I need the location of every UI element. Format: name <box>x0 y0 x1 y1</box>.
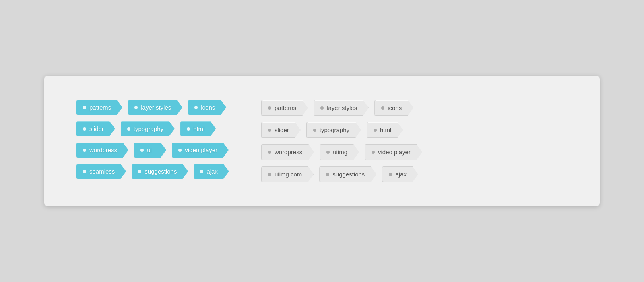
tag-dot <box>326 151 330 154</box>
tag-blue-icons[interactable]: icons <box>188 100 226 115</box>
tag-dot <box>194 106 198 109</box>
tag-dot <box>187 127 190 131</box>
tag-dot <box>372 151 375 154</box>
tag-label: uiimg <box>333 149 347 156</box>
tag-label: typography <box>320 126 349 133</box>
tag-dot <box>268 151 271 154</box>
tag-dot <box>83 170 86 173</box>
tag-gray-uiimg-com[interactable]: uiimg.com <box>261 166 314 182</box>
tag-blue-seamless[interactable]: seamless <box>76 164 126 179</box>
tag-label: slider <box>275 126 289 133</box>
tag-dot <box>374 129 377 132</box>
tag-dot <box>83 106 86 109</box>
gray-tags-row-0: patternslayer stylesicons <box>261 100 422 116</box>
tag-dot <box>320 106 324 110</box>
tag-dot <box>127 127 130 131</box>
tag-gray-patterns[interactable]: patterns <box>261 100 308 116</box>
tag-blue-html[interactable]: html <box>180 121 216 136</box>
tag-blue-patterns[interactable]: patterns <box>76 100 122 115</box>
tag-label: typography <box>134 125 163 132</box>
blue-tags-row-0: patternslayer stylesicons <box>76 100 229 115</box>
tag-dot <box>138 170 141 173</box>
tag-blue-video-player[interactable]: video player <box>172 143 229 158</box>
tag-label: layer styles <box>141 104 171 111</box>
gray-tags-section: patternslayer stylesiconsslidertypograph… <box>261 100 422 182</box>
tag-gray-uiimg[interactable]: uiimg <box>320 144 359 160</box>
tag-label: video player <box>378 149 411 156</box>
tag-label: seamless <box>89 168 115 175</box>
tag-label: html <box>193 125 204 132</box>
blue-tags-row-3: seamlesssuggestionsajax <box>76 164 229 179</box>
tag-gray-typography[interactable]: typography <box>306 122 361 138</box>
gray-tags-row-2: wordpressuiimgvideo player <box>261 144 422 160</box>
main-card: patternslayer stylesiconsslidertypograph… <box>44 76 600 206</box>
tag-blue-layer-styles[interactable]: layer styles <box>128 100 182 115</box>
tag-dot <box>389 173 392 176</box>
tag-dot <box>268 106 271 110</box>
gray-tags-row-1: slidertypographyhtml <box>261 122 422 138</box>
tag-label: suggestions <box>144 168 177 175</box>
tag-label: slider <box>89 125 104 132</box>
gray-tags-row-3: uiimg.comsuggestionsajax <box>261 166 422 182</box>
tag-dot <box>200 170 203 173</box>
tag-dot <box>268 129 271 132</box>
tag-blue-wordpress[interactable]: wordpress <box>76 143 128 158</box>
tag-dot <box>134 106 138 109</box>
tag-dot <box>83 149 86 152</box>
tag-label: uiimg.com <box>275 171 302 178</box>
tag-label: wordpress <box>275 149 302 156</box>
tag-label: icons <box>388 104 402 111</box>
tag-dot <box>326 173 329 176</box>
tag-gray-slider[interactable]: slider <box>261 122 301 138</box>
blue-tags-section: patternslayer stylesiconsslidertypograph… <box>76 100 229 179</box>
tag-gray-layer-styles[interactable]: layer styles <box>314 100 369 116</box>
tag-label: icons <box>201 104 215 111</box>
tag-dot <box>178 149 182 152</box>
tag-gray-html[interactable]: html <box>367 122 403 138</box>
blue-tags-row-2: wordpressuivideo player <box>76 143 229 158</box>
blue-tags-row-1: slidertypographyhtml <box>76 121 229 136</box>
tag-label: html <box>380 126 391 133</box>
tag-dot <box>140 149 144 152</box>
tag-label: suggestions <box>332 171 365 178</box>
tag-dot <box>83 127 86 131</box>
tag-label: layer styles <box>327 104 357 111</box>
tag-label: patterns <box>89 104 111 111</box>
tag-gray-wordpress[interactable]: wordpress <box>261 144 314 160</box>
tag-gray-video-player[interactable]: video player <box>365 144 422 160</box>
tag-label: video player <box>185 147 217 153</box>
tag-dot <box>268 173 271 176</box>
tag-gray-ajax[interactable]: ajax <box>382 166 418 182</box>
tag-blue-ui[interactable]: ui <box>134 143 166 158</box>
tag-label: ui <box>147 147 152 153</box>
tag-blue-slider[interactable]: slider <box>76 121 115 136</box>
tag-label: wordpress <box>89 147 117 153</box>
tag-label: ajax <box>206 168 218 175</box>
tag-gray-suggestions[interactable]: suggestions <box>319 166 376 182</box>
tag-gray-icons[interactable]: icons <box>374 100 413 116</box>
tag-label: ajax <box>395 171 407 178</box>
tag-dot <box>381 106 384 110</box>
tag-blue-typography[interactable]: typography <box>121 121 175 136</box>
tag-label: patterns <box>275 104 296 111</box>
tag-blue-suggestions[interactable]: suggestions <box>132 164 188 179</box>
tag-blue-ajax[interactable]: ajax <box>194 164 229 179</box>
tag-dot <box>313 129 316 132</box>
